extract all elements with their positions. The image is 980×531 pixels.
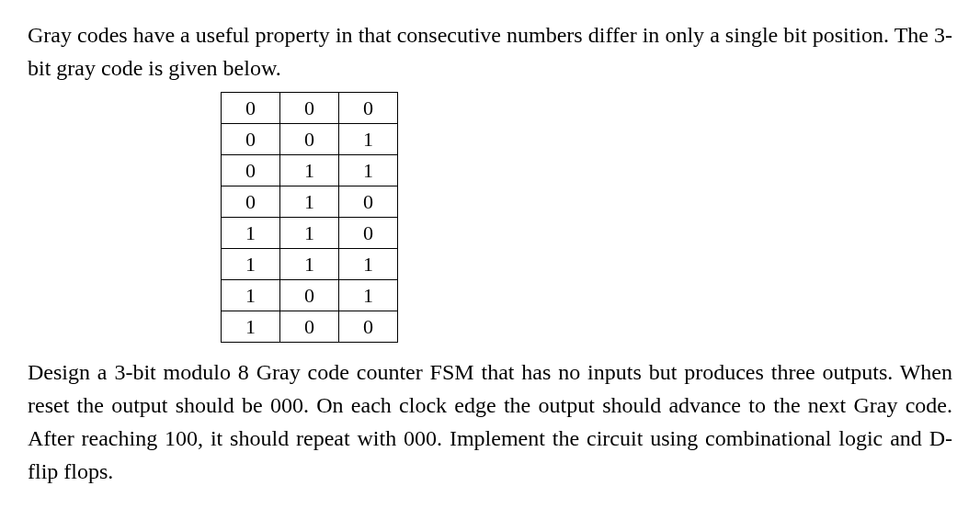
table-cell: 1 xyxy=(222,218,280,249)
table-cell: 1 xyxy=(339,124,398,155)
table-cell: 1 xyxy=(222,280,280,311)
gray-code-table: 0 0 0 0 0 1 0 1 1 0 1 0 1 1 0 xyxy=(221,92,398,343)
table-cell: 1 xyxy=(222,249,280,280)
table-cell: 0 xyxy=(280,311,339,343)
table-cell: 0 xyxy=(280,280,339,311)
table-cell: 1 xyxy=(339,249,398,280)
table-row: 1 1 1 xyxy=(222,249,398,280)
table-cell: 0 xyxy=(280,93,339,124)
table-cell: 1 xyxy=(280,249,339,280)
table-cell: 0 xyxy=(222,186,280,218)
table-cell: 0 xyxy=(222,155,280,186)
table-row: 0 1 0 xyxy=(222,186,398,218)
intro-paragraph: Gray codes have a useful property in tha… xyxy=(28,18,952,85)
problem-paragraph: Design a 3-bit modulo 8 Gray code counte… xyxy=(28,356,952,488)
table-cell: 1 xyxy=(339,155,398,186)
table-cell: 0 xyxy=(222,124,280,155)
table-cell: 0 xyxy=(339,186,398,218)
table-row: 1 0 0 xyxy=(222,311,398,343)
gray-code-table-container: 0 0 0 0 0 1 0 1 1 0 1 0 1 1 0 xyxy=(28,92,952,343)
table-row: 0 0 1 xyxy=(222,124,398,155)
table-cell: 0 xyxy=(339,93,398,124)
table-row: 1 0 1 xyxy=(222,280,398,311)
table-cell: 1 xyxy=(280,218,339,249)
table-cell: 1 xyxy=(339,280,398,311)
table-cell: 0 xyxy=(339,311,398,343)
table-cell: 1 xyxy=(280,186,339,218)
gray-code-table-body: 0 0 0 0 0 1 0 1 1 0 1 0 1 1 0 xyxy=(222,93,398,343)
table-cell: 0 xyxy=(339,218,398,249)
table-row: 1 1 0 xyxy=(222,218,398,249)
table-cell: 1 xyxy=(222,311,280,343)
table-cell: 0 xyxy=(222,93,280,124)
table-row: 0 0 0 xyxy=(222,93,398,124)
table-row: 0 1 1 xyxy=(222,155,398,186)
table-cell: 0 xyxy=(280,124,339,155)
table-cell: 1 xyxy=(280,155,339,186)
